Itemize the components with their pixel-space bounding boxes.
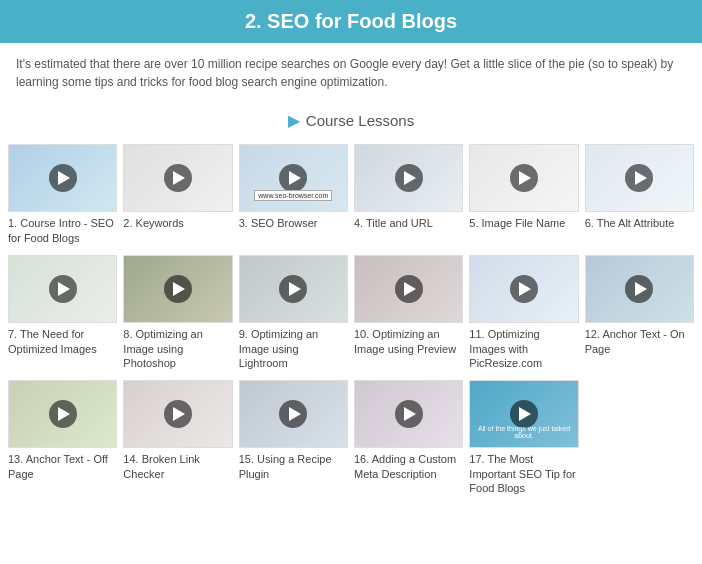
lesson-label: 11. Optimizing Images with PicResize.com	[469, 327, 578, 370]
play-arrow-icon	[289, 171, 301, 185]
lesson-label: 15. Using a Recipe Plugin	[239, 452, 348, 481]
lesson-item[interactable]: 2. Keywords	[123, 144, 232, 245]
lesson-thumbnail[interactable]	[354, 144, 463, 212]
play-button[interactable]	[510, 275, 538, 303]
lesson-item[interactable]: 13. Anchor Text - Off Page	[8, 380, 117, 495]
lesson-label: 10. Optimizing an Image using Preview	[354, 327, 463, 356]
lesson-label: 2. Keywords	[123, 216, 184, 230]
lesson-label: 1. Course Intro - SEO for Food Blogs	[8, 216, 117, 245]
lesson-item[interactable]: 15. Using a Recipe Plugin	[239, 380, 348, 495]
play-button[interactable]	[510, 400, 538, 428]
lesson-item[interactable]: 12. Anchor Text - On Page	[585, 255, 694, 370]
play-arrow-icon	[404, 171, 416, 185]
play-arrow-icon	[58, 282, 70, 296]
lesson-thumbnail[interactable]	[8, 380, 117, 448]
lessons-grid: 1. Course Intro - SEO for Food Blogs 2. …	[0, 144, 702, 511]
lesson-thumbnail[interactable]	[585, 144, 694, 212]
lesson-item[interactable]: 11. Optimizing Images with PicResize.com	[469, 255, 578, 370]
lesson-thumbnail[interactable]	[123, 255, 232, 323]
lesson-item[interactable]: 8. Optimizing an Image using Photoshop	[123, 255, 232, 370]
play-button[interactable]	[164, 400, 192, 428]
play-arrow-icon	[635, 282, 647, 296]
lesson-label: 14. Broken Link Checker	[123, 452, 232, 481]
play-arrow-icon	[289, 282, 301, 296]
play-arrow-icon	[58, 171, 70, 185]
lesson-label: 7. The Need for Optimized Images	[8, 327, 117, 356]
lesson-label: 4. Title and URL	[354, 216, 433, 230]
lesson-thumbnail[interactable]: www.seo-browser.com	[239, 144, 348, 212]
play-arrow-icon	[289, 407, 301, 421]
play-button[interactable]	[164, 275, 192, 303]
lesson-thumbnail[interactable]	[239, 255, 348, 323]
play-arrow-icon	[404, 282, 416, 296]
play-arrow-icon	[519, 171, 531, 185]
play-arrow-icon	[173, 282, 185, 296]
play-arrow-icon	[58, 407, 70, 421]
thumbnail-overlay-text: All of the things we just talked about.	[470, 425, 577, 439]
thumbnail-url-text: www.seo-browser.com	[254, 190, 332, 201]
play-button[interactable]	[279, 164, 307, 192]
lesson-item[interactable]: 7. The Need for Optimized Images	[8, 255, 117, 370]
lesson-thumbnail[interactable]	[354, 380, 463, 448]
lesson-item[interactable]: 9. Optimizing an Image using Lightroom	[239, 255, 348, 370]
play-arrow-icon	[519, 282, 531, 296]
play-button[interactable]	[395, 400, 423, 428]
play-button[interactable]	[49, 164, 77, 192]
page-title: 2. SEO for Food Blogs	[245, 10, 457, 32]
lesson-item[interactable]: 16. Adding a Custom Meta Description	[354, 380, 463, 495]
play-arrow-icon	[173, 407, 185, 421]
section-label: Course Lessons	[306, 112, 414, 129]
lesson-label: 3. SEO Browser	[239, 216, 318, 230]
lesson-thumbnail[interactable]	[469, 144, 578, 212]
play-button[interactable]	[49, 275, 77, 303]
lesson-item[interactable]: 5. Image File Name	[469, 144, 578, 245]
description-text: It's estimated that there are over 10 mi…	[0, 43, 702, 103]
lesson-item[interactable]: All of the things we just talked about. …	[469, 380, 578, 495]
lesson-label: 16. Adding a Custom Meta Description	[354, 452, 463, 481]
lesson-item[interactable]: 10. Optimizing an Image using Preview	[354, 255, 463, 370]
play-button[interactable]	[279, 400, 307, 428]
lesson-thumbnail[interactable]	[354, 255, 463, 323]
lesson-thumbnail[interactable]	[8, 255, 117, 323]
play-arrow-icon	[635, 171, 647, 185]
lesson-label: 12. Anchor Text - On Page	[585, 327, 694, 356]
page-title-bar: 2. SEO for Food Blogs	[0, 0, 702, 43]
lesson-thumbnail[interactable]: All of the things we just talked about.	[469, 380, 578, 448]
lesson-label: 13. Anchor Text - Off Page	[8, 452, 117, 481]
lesson-label: 5. Image File Name	[469, 216, 565, 230]
play-button[interactable]	[164, 164, 192, 192]
play-button[interactable]	[625, 275, 653, 303]
play-button[interactable]	[279, 275, 307, 303]
lesson-item[interactable]: 1. Course Intro - SEO for Food Blogs	[8, 144, 117, 245]
play-button[interactable]	[395, 164, 423, 192]
play-button[interactable]	[49, 400, 77, 428]
lesson-label: 6. The Alt Attribute	[585, 216, 675, 230]
play-button[interactable]	[395, 275, 423, 303]
lesson-item[interactable]: 14. Broken Link Checker	[123, 380, 232, 495]
section-header: ▶ Course Lessons	[0, 111, 702, 130]
lesson-thumbnail[interactable]	[8, 144, 117, 212]
play-circle-icon: ▶	[288, 111, 300, 130]
play-arrow-icon	[173, 171, 185, 185]
lesson-thumbnail[interactable]	[123, 144, 232, 212]
play-button[interactable]	[510, 164, 538, 192]
play-button[interactable]	[625, 164, 653, 192]
lesson-thumbnail[interactable]	[469, 255, 578, 323]
lesson-item[interactable]: www.seo-browser.com 3. SEO Browser	[239, 144, 348, 245]
lesson-thumbnail[interactable]	[239, 380, 348, 448]
play-arrow-icon	[404, 407, 416, 421]
lesson-label: 17. The Most Important SEO Tip for Food …	[469, 452, 578, 495]
lesson-label: 9. Optimizing an Image using Lightroom	[239, 327, 348, 370]
lesson-thumbnail[interactable]	[585, 255, 694, 323]
lesson-thumbnail[interactable]	[123, 380, 232, 448]
play-arrow-icon	[519, 407, 531, 421]
lesson-item[interactable]: 4. Title and URL	[354, 144, 463, 245]
lesson-item[interactable]: 6. The Alt Attribute	[585, 144, 694, 245]
lesson-label: 8. Optimizing an Image using Photoshop	[123, 327, 232, 370]
